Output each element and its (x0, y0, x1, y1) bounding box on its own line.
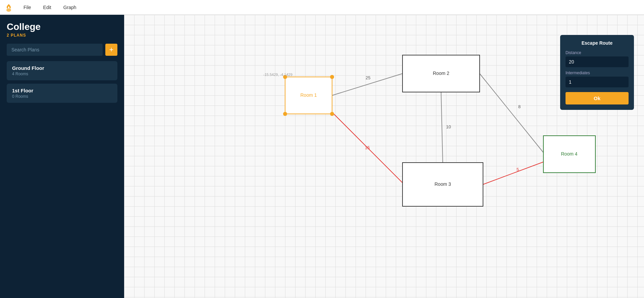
canvas-area[interactable]: 25 15 10 8 5 Room 1 -15.5429, -4.1429 (124, 15, 644, 298)
room1-label: Room 1 (300, 92, 317, 98)
main-layout: College 2 PLANS + Ground Floor 4 Rooms 1… (0, 15, 644, 298)
menu-file[interactable]: File (21, 3, 34, 11)
plan-name-1st-floor: 1st Floor (12, 88, 112, 93)
room2-label: Room 2 (433, 71, 449, 76)
plan-name-ground-floor: Ground Floor (12, 65, 112, 71)
ok-button[interactable]: Ok (566, 92, 629, 104)
room1-coords: -15.5429, -4.1429 (263, 73, 292, 77)
edge-label-10: 10 (446, 124, 451, 129)
svg-point-0 (6, 8, 11, 12)
intermediates-input[interactable] (566, 77, 629, 87)
corner-dot-br (330, 112, 334, 116)
plan-rooms-1st-floor: 0 Rooms (12, 94, 112, 99)
search-row: + (7, 44, 117, 56)
sidebar: College 2 PLANS + Ground Floor 4 Rooms 1… (0, 15, 124, 298)
edge-label-25: 25 (366, 75, 370, 80)
edge-room3-room4 (483, 162, 543, 184)
edge-room2-room4 (480, 74, 543, 153)
plan-count: 2 PLANS (7, 33, 117, 38)
menu-graph[interactable]: Graph (61, 3, 79, 11)
corner-dot-tr (330, 75, 334, 79)
plan-item-ground-floor[interactable]: Ground Floor 4 Rooms (7, 61, 117, 80)
edge-label-15: 15 (365, 145, 370, 150)
plan-item-1st-floor[interactable]: 1st Floor 0 Rooms (7, 84, 117, 103)
room4-label: Room 4 (561, 151, 577, 157)
distance-input[interactable] (566, 56, 629, 67)
intermediates-label: Intermediates (566, 71, 629, 75)
escape-panel: Escape Route Distance Intermediates Ok (560, 35, 634, 110)
search-input[interactable] (7, 44, 103, 56)
edge-label-5: 5 (517, 167, 519, 172)
app-logo (3, 2, 14, 13)
corner-dot-bl (283, 112, 287, 116)
room3-label: Room 3 (434, 181, 451, 187)
edge-room2-room3 (441, 92, 443, 163)
edge-label-8: 8 (518, 104, 521, 109)
distance-label: Distance (566, 50, 629, 55)
escape-panel-title: Escape Route (566, 40, 629, 46)
add-plan-button[interactable]: + (105, 44, 117, 56)
menubar: File Edit Graph (0, 0, 644, 15)
menu-edit[interactable]: Edit (41, 3, 54, 11)
app-title: College (7, 22, 117, 32)
plan-rooms-ground-floor: 4 Rooms (12, 72, 112, 76)
